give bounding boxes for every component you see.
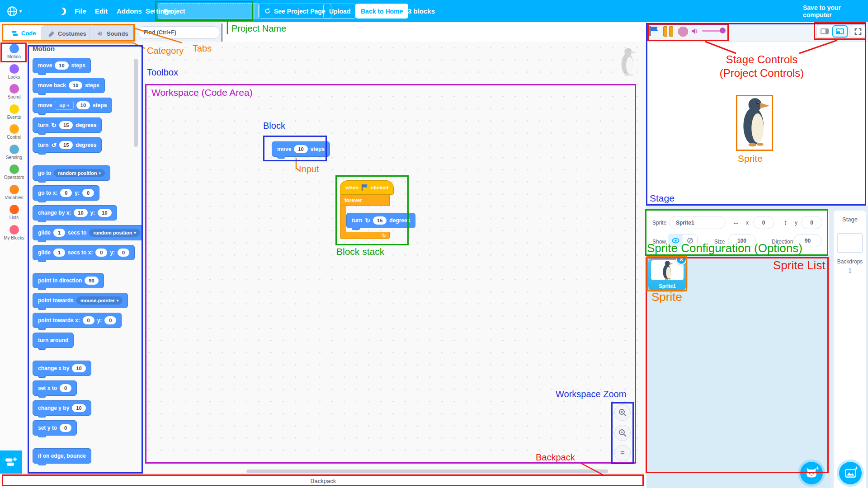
sprite-y-input[interactable] <box>801 216 822 229</box>
sprite-size-input[interactable] <box>728 234 756 247</box>
project-name-input[interactable] <box>158 3 259 19</box>
backdrop-thumbnail[interactable] <box>837 233 863 253</box>
scratch-block[interactable]: change y by10 <box>33 400 91 416</box>
block-dropdown[interactable]: mouse-pointer▾ <box>76 296 123 305</box>
block-number-input[interactable]: 15 <box>59 141 73 149</box>
block-number-input[interactable]: 10 <box>98 209 111 217</box>
tab-costumes[interactable]: Costumes <box>41 25 94 42</box>
block-number-input[interactable]: 15 <box>59 121 73 129</box>
add-sprite-button[interactable]: ＋ <box>800 462 823 484</box>
block-number-input[interactable]: 1 <box>53 229 65 237</box>
add-backdrop-button[interactable]: ＋ <box>839 462 862 484</box>
scratch-block[interactable]: glide1secs torandom position▾ <box>33 225 146 240</box>
block-number-input[interactable]: 15 <box>373 216 387 225</box>
category-operators[interactable]: Operators <box>0 162 28 183</box>
block-number-input[interactable]: 10 <box>69 81 82 89</box>
category-control[interactable]: Control <box>0 122 28 142</box>
find-input[interactable] <box>138 26 220 39</box>
large-stage-button[interactable] <box>832 25 848 38</box>
see-project-page-button[interactable]: See Project Page <box>258 4 331 19</box>
backpack-bar[interactable]: Backpack <box>0 474 646 488</box>
block-dropdown[interactable]: random position▾ <box>54 169 104 177</box>
sprite-x-input[interactable] <box>753 216 774 229</box>
menu-file[interactable]: File <box>75 0 86 22</box>
workspace-horizontal-scrollbar[interactable] <box>246 469 608 473</box>
volume-slider-knob[interactable] <box>720 28 726 33</box>
block-dropdown[interactable]: up▾ <box>55 101 73 110</box>
category-sound[interactable]: Sound <box>0 82 28 102</box>
scratch-block[interactable]: turn around <box>33 333 74 348</box>
add-extension-button[interactable] <box>0 450 22 474</box>
block-number-input[interactable]: 1 <box>53 249 65 257</box>
scratch-block[interactable]: move back10steps <box>33 78 105 93</box>
scratch-block[interactable]: set x to0 <box>33 380 77 396</box>
fullscreen-button[interactable] <box>851 25 865 38</box>
scratch-block[interactable]: glide1secs to x:0y:0 <box>33 245 135 260</box>
green-flag-button[interactable] <box>649 25 659 37</box>
sprite-name-input[interactable] <box>669 216 726 229</box>
tab-sounds[interactable]: Sounds <box>89 25 136 42</box>
category-motion[interactable]: Motion <box>0 42 28 62</box>
scratch-block[interactable]: go torandom position▾ <box>33 165 110 181</box>
scratch-block[interactable]: turn↻15degrees <box>346 213 415 228</box>
hide-sprite-button[interactable] <box>683 235 697 247</box>
forever-block[interactable]: forever <box>340 194 390 206</box>
scratch-block[interactable]: move10steps <box>272 141 330 157</box>
scratch-block[interactable]: point towardsmouse-pointer▾ <box>33 293 128 308</box>
scratch-block[interactable]: point towards x:0y:0 <box>33 313 122 328</box>
save-to-computer-button[interactable]: Save to your computer <box>803 0 868 22</box>
scratch-block[interactable]: turn↺15degrees <box>33 137 102 153</box>
block-dropdown[interactable]: random position▾ <box>89 229 140 237</box>
block-number-input[interactable]: 10 <box>55 61 68 70</box>
block-number-input[interactable]: 10 <box>72 364 85 372</box>
scratch-block[interactable]: point in direction90 <box>33 273 104 288</box>
small-stage-button[interactable] <box>817 25 832 38</box>
volume-icon[interactable] <box>691 27 699 35</box>
block-number-input[interactable]: 10 <box>72 404 85 412</box>
block-number-input[interactable]: 0 <box>60 424 71 432</box>
block-number-input[interactable]: 10 <box>294 145 307 153</box>
back-to-home-button[interactable]: Back to Home <box>355 4 408 19</box>
scratch-block[interactable]: turn↻15degrees <box>33 117 102 133</box>
menu-addons[interactable]: Addons <box>117 0 142 22</box>
category-looks[interactable]: Looks <box>0 62 28 82</box>
category-sensing[interactable]: Sensing <box>0 142 28 163</box>
scratch-block[interactable]: if on edge, bounce <box>33 448 91 464</box>
when-flag-clicked-block[interactable]: when clicked <box>340 180 394 195</box>
menu-edit[interactable]: Edit <box>95 0 108 22</box>
upload-button[interactable]: Upload <box>323 4 356 19</box>
language-selector[interactable]: ▾ <box>6 0 22 22</box>
sprite-direction-input[interactable] <box>793 234 822 247</box>
block-number-input[interactable]: 90 <box>85 277 98 285</box>
scratch-block[interactable]: set y to0 <box>33 420 77 436</box>
block-number-input[interactable]: 0 <box>104 316 116 324</box>
block-number-input[interactable]: 0 <box>60 189 72 197</box>
category-lists[interactable]: Lists <box>0 202 28 223</box>
block-number-input[interactable]: 0 <box>95 249 107 257</box>
tab-code[interactable]: Code <box>4 24 44 42</box>
block-number-input[interactable]: 0 <box>118 249 129 257</box>
block-number-input[interactable]: 10 <box>76 101 90 109</box>
penguin-sprite[interactable] <box>738 97 771 147</box>
code-workspace[interactable] <box>143 42 646 474</box>
pause-button[interactable] <box>663 26 673 37</box>
block-number-input[interactable]: 0 <box>82 189 94 197</box>
category-events[interactable]: Events <box>0 102 28 122</box>
backdrops-panel[interactable]: Stage Backdrops 1 <box>834 211 866 488</box>
scratch-block[interactable]: go to x:0y:0 <box>33 185 99 201</box>
category-my-blocks[interactable]: My Blocks <box>0 223 28 243</box>
delete-sprite-button[interactable]: ✕ <box>676 254 687 265</box>
show-sprite-button[interactable] <box>668 235 683 247</box>
scratch-block[interactable]: move10steps <box>33 58 91 73</box>
scratch-block[interactable]: moveup▾10steps <box>33 98 112 113</box>
toolbox-scrollbar[interactable] <box>134 59 138 147</box>
dark-mode-toggle[interactable] <box>58 0 67 22</box>
block-number-input[interactable]: 0 <box>83 316 94 324</box>
block-number-input[interactable]: 0 <box>60 384 71 392</box>
scratch-block[interactable]: change x by10 <box>33 361 91 376</box>
zoom-in-button[interactable] <box>614 404 631 421</box>
block-number-input[interactable]: 10 <box>74 209 87 217</box>
stop-button[interactable] <box>678 27 688 37</box>
zoom-reset-button[interactable]: = <box>614 445 631 461</box>
scratch-block[interactable]: change by x:10y:10 <box>33 205 117 221</box>
